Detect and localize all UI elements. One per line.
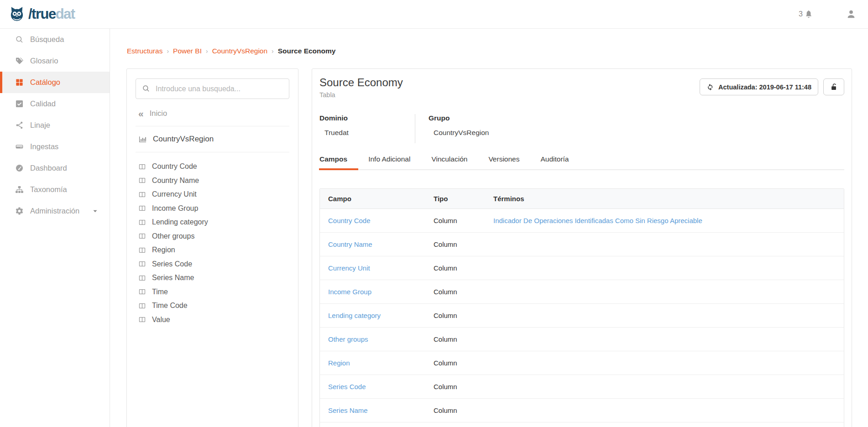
tree-column-list: Country Code Country Name Currency Unit … — [136, 152, 289, 327]
field-link[interactable]: Region — [328, 359, 350, 367]
page-title: Source Economy — [319, 76, 403, 89]
tree-parent-label: CountryVsRegion — [153, 135, 214, 144]
sidebar-item-label: Ingestas — [30, 142, 58, 151]
breadcrumb-link[interactable]: Estructuras — [127, 47, 162, 55]
tree-column-item-series-code[interactable]: Series Code — [136, 257, 289, 271]
tree-column-item-lending-category[interactable]: Lending category — [136, 215, 289, 229]
user-menu-button[interactable] — [846, 9, 856, 19]
table-column-icon — [138, 260, 146, 268]
table-column-icon — [138, 274, 146, 282]
app-logo[interactable]: /truedat — [7, 5, 75, 24]
field-type: Column — [434, 335, 493, 343]
tab-label: Vinculación — [431, 155, 467, 163]
field-link[interactable]: Country Code — [328, 217, 371, 224]
updated-button[interactable]: Actualizada: 2019-06-17 11:48 — [700, 78, 818, 95]
group-value: CountryVsRegion — [429, 129, 489, 143]
field-link[interactable]: Lending category — [328, 312, 381, 319]
tree-column-item-value[interactable]: Value — [136, 313, 289, 327]
structure-tree-panel: « Inicio CountryVsRegion Country Code Co… — [126, 68, 298, 427]
column-header-tipo: Tipo — [434, 195, 493, 203]
breadcrumb-link[interactable]: Power BI — [173, 47, 202, 55]
table-row: Income Group Column — [320, 280, 844, 304]
sidebar-item-dashboard[interactable]: Dashboard — [0, 157, 110, 179]
sidebar-item-administracion[interactable]: Administración — [0, 200, 110, 222]
sidebar-item-linaje[interactable]: Linaje — [0, 115, 110, 136]
bar-chart-icon — [138, 135, 147, 144]
tree-column-item-country-code[interactable]: Country Code — [136, 160, 289, 174]
field-type: Column — [434, 383, 493, 391]
breadcrumb-separator: › — [272, 47, 274, 55]
breadcrumb-current: Source Economy — [278, 47, 336, 55]
tree-column-item-series-name[interactable]: Series Name — [136, 271, 289, 285]
field-type: Column — [434, 288, 493, 296]
breadcrumb-link[interactable]: CountryVsRegion — [212, 47, 267, 55]
search-icon — [15, 35, 24, 44]
table-column-icon — [138, 177, 146, 184]
notifications-button[interactable]: 3 — [799, 10, 813, 19]
tree-column-item-income-group[interactable]: Income Group — [136, 202, 289, 216]
sidebar-item-glosario[interactable]: Glosario — [0, 50, 110, 72]
field-type: Column — [434, 406, 493, 414]
tab-info-adicional[interactable]: Info Adicional — [368, 155, 410, 169]
header-actions: Actualizada: 2019-06-17 11:48 — [700, 78, 844, 95]
sidebar-item-catalogo[interactable]: Catálogo — [0, 72, 110, 93]
owl-logo-icon — [7, 5, 26, 24]
tree-column-item-other-groups[interactable]: Other groups — [136, 229, 289, 244]
tree-column-item-region[interactable]: Region — [136, 243, 289, 257]
group-label: Grupo — [429, 114, 489, 122]
table-column-icon — [138, 191, 146, 198]
field-link[interactable]: Series Name — [328, 406, 368, 414]
logo-text: /truedat — [28, 6, 75, 22]
sidebar-item-calidad[interactable]: Calidad — [0, 93, 110, 115]
unlock-icon — [830, 83, 838, 91]
sidebar-item-label: Linaje — [30, 121, 50, 130]
field-link[interactable]: Currency Unit — [328, 264, 370, 272]
field-link[interactable]: Country Name — [328, 240, 372, 248]
tree-column-label: Time Code — [152, 302, 188, 310]
sidebar-item-ingestas[interactable]: Ingestas — [0, 136, 110, 157]
breadcrumb-separator: › — [206, 47, 208, 55]
term-link[interactable]: Indicador De Operaciones Identificadas C… — [493, 217, 702, 224]
field-type: Column — [434, 359, 493, 367]
tree-column-item-time[interactable]: Time — [136, 285, 289, 299]
lock-button[interactable] — [823, 78, 844, 95]
tree-parent-item[interactable]: CountryVsRegion — [136, 126, 289, 152]
tree-back-button[interactable]: « Inicio — [136, 99, 289, 126]
sidebar-item-taxonomia[interactable]: Taxonomía — [0, 179, 110, 200]
grid-icon — [15, 78, 24, 87]
tab-versiones[interactable]: Versiones — [488, 155, 519, 169]
field-type: Column — [434, 240, 493, 248]
tree-back-label: Inicio — [150, 109, 167, 118]
tree-search-input[interactable] — [136, 78, 289, 99]
sidebar-item-label: Catálogo — [30, 78, 60, 87]
breadcrumb-separator: › — [167, 47, 169, 55]
share-icon — [15, 121, 24, 130]
sidebar-item-label: Dashboard — [30, 164, 67, 172]
tree-column-label: Currency Unit — [152, 190, 197, 198]
tab-vinculacion[interactable]: Vinculación — [431, 155, 467, 169]
tree-column-item-time-code[interactable]: Time Code — [136, 299, 289, 313]
meta-section: Dominio Truedat Grupo CountryVsRegion — [319, 114, 844, 143]
sitemap-icon — [15, 185, 24, 194]
notification-count: 3 — [799, 10, 803, 18]
sidebar-item-busqueda[interactable]: Búsqueda — [0, 29, 110, 50]
search-icon — [142, 84, 150, 93]
tags-icon — [15, 57, 24, 65]
tab-auditoria[interactable]: Auditoría — [540, 155, 569, 169]
tree-column-label: Income Group — [152, 204, 198, 213]
table-column-icon — [138, 219, 146, 226]
field-link[interactable]: Income Group — [328, 288, 371, 296]
field-link[interactable]: Series Code — [328, 383, 366, 391]
tree-column-label: Lending category — [152, 218, 208, 226]
check-square-icon — [15, 99, 24, 108]
tab-campos[interactable]: Campos — [319, 155, 347, 169]
sidebar-item-label: Administración — [30, 207, 79, 215]
sidebar-item-label: Calidad — [30, 99, 56, 108]
field-link[interactable]: Other groups — [328, 335, 368, 343]
tree-column-item-currency-unit[interactable]: Currency Unit — [136, 187, 289, 202]
table-column-icon — [138, 246, 146, 254]
sidebar-item-label: Taxonomía — [30, 185, 67, 194]
fields-table-header: Campo Tipo Términos — [320, 189, 844, 209]
detail-header: Source Economy Tabla Actualizada: 2019-0… — [319, 76, 844, 99]
tree-column-item-country-name[interactable]: Country Name — [136, 174, 289, 188]
